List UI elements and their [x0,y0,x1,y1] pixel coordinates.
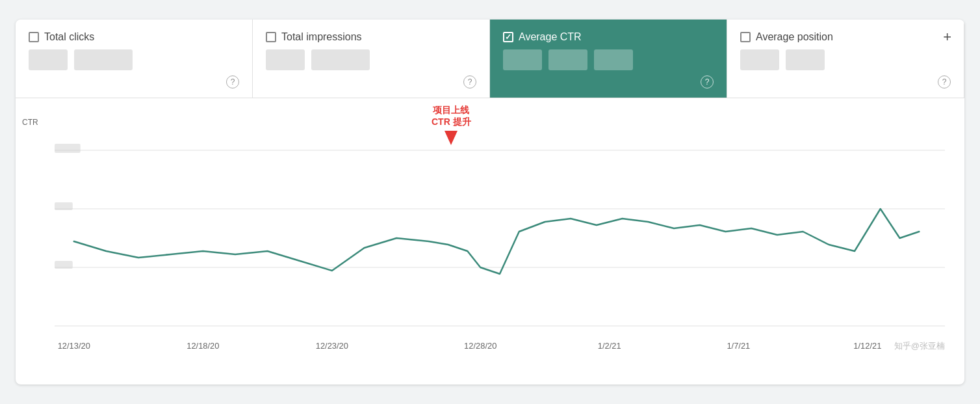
value-block [503,49,542,70]
value-block [548,49,587,70]
metric-header-total-impressions: Total impressions [266,31,476,43]
arrow-down-icon [445,131,458,145]
metric-values-average-ctr [503,49,714,70]
checkmark-icon: ✓ [505,33,511,42]
value-block [594,49,633,70]
svg-rect-4 [55,144,81,153]
metrics-bar: Total clicks ? Total impressions ? [16,20,964,98]
value-block [786,49,825,70]
checkbox-average-position[interactable] [740,32,751,42]
metric-card-total-clicks[interactable]: Total clicks ? [16,20,253,98]
svg-text:1/7/21: 1/7/21 [727,341,750,351]
checkbox-total-impressions[interactable] [266,32,276,42]
metric-title-average-position: Average position [756,31,833,43]
checkbox-average-ctr[interactable]: ✓ [503,32,513,42]
chart-annotation: 项目上线 CTR 提升 [432,105,471,145]
metric-values-total-clicks [29,49,239,70]
svg-rect-5 [55,202,73,210]
help-icon-average-ctr[interactable]: ? [701,75,714,88]
y-axis-label: CTR [22,118,38,127]
value-block [29,49,68,70]
metric-title-average-ctr: Average CTR [519,31,582,43]
value-block [740,49,779,70]
metric-values-total-impressions [266,49,476,70]
chart-area: CTR 项目上线 CTR 提升 12/13/20 [16,98,964,384]
value-block [311,49,370,70]
annotation-line2: CTR 提升 [432,116,471,128]
svg-text:1/12/21: 1/12/21 [853,341,881,351]
watermark: 知乎@张亚楠 [894,340,945,352]
main-container: Total clicks ? Total impressions ? [16,20,964,384]
metric-header-average-position: Average position [740,31,951,43]
svg-text:1/2/21: 1/2/21 [598,341,621,351]
svg-text:12/13/20: 12/13/20 [58,341,90,351]
checkbox-total-clicks[interactable] [29,32,39,42]
annotation-arrow [432,131,471,145]
svg-rect-6 [55,261,73,269]
metric-title-total-impressions: Total impressions [281,31,362,43]
metric-footer-average-position: ? [740,75,951,88]
svg-text:12/23/20: 12/23/20 [316,341,348,351]
svg-text:12/28/20: 12/28/20 [464,341,496,351]
metric-values-average-position [740,49,951,70]
metric-card-average-position[interactable]: Average position ? [727,20,964,98]
metric-header-average-ctr: ✓ Average CTR [503,31,714,43]
add-metric-button[interactable]: + [943,29,951,46]
metric-title-total-clicks: Total clicks [44,31,94,43]
svg-text:12/18/20: 12/18/20 [187,341,219,351]
value-block [74,49,133,70]
value-block [266,49,305,70]
metric-card-average-ctr[interactable]: ✓ Average CTR ? [490,20,727,98]
metric-header-total-clicks: Total clicks [29,31,239,43]
help-icon-average-position[interactable]: ? [938,75,951,88]
line-chart: 12/13/20 12/18/20 12/23/20 12/28/20 1/2/… [55,111,945,358]
help-icon-total-clicks[interactable]: ? [226,75,239,88]
help-icon-total-impressions[interactable]: ? [463,75,476,88]
metric-footer-total-impressions: ? [266,75,476,88]
metric-footer-average-ctr: ? [503,75,714,88]
metric-footer-total-clicks: ? [29,75,239,88]
metric-card-total-impressions[interactable]: Total impressions ? [253,20,490,98]
annotation-line1: 项目上线 [432,105,471,116]
